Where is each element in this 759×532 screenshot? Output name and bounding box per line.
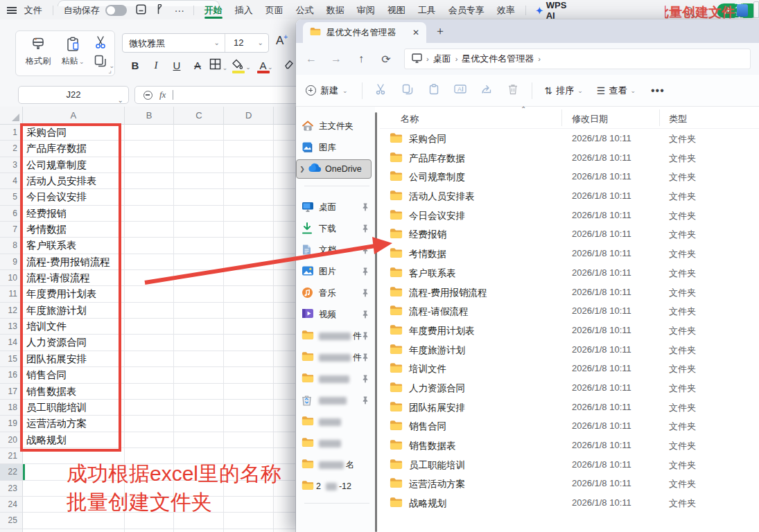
row-header-3[interactable]: 3: [0, 157, 23, 173]
cell[interactable]: [224, 141, 274, 157]
file-name[interactable]: 产品库存数据: [409, 152, 465, 165]
cell[interactable]: [224, 351, 274, 367]
file-name[interactable]: 流程-请假流程: [409, 305, 469, 318]
cell[interactable]: [274, 286, 296, 302]
cell[interactable]: [274, 529, 296, 532]
row-header-16[interactable]: 16: [0, 367, 23, 383]
file-name[interactable]: 销售合同: [409, 420, 446, 433]
file-name[interactable]: 团队拓展安排: [409, 402, 465, 414]
cell[interactable]: [274, 189, 296, 205]
rename-button[interactable]: A: [447, 84, 473, 97]
font-size-select[interactable]: 12⌄: [225, 34, 268, 52]
underline-button[interactable]: U: [166, 60, 187, 71]
row-header-15[interactable]: 15: [0, 351, 23, 367]
sort-button[interactable]: ⇅ 排序⌄: [538, 85, 590, 97]
file-name[interactable]: 今日会议安排: [409, 210, 465, 222]
file-name[interactable]: 采购合同: [409, 133, 446, 145]
column-header-name[interactable]: 名称: [401, 113, 419, 125]
column-header-C[interactable]: C: [174, 107, 224, 125]
sidebar-item[interactable]: 件: [296, 326, 374, 346]
cell[interactable]: [274, 400, 296, 416]
cell[interactable]: [125, 416, 175, 432]
close-tab-icon[interactable]: ✕: [412, 28, 419, 37]
cell[interactable]: [224, 238, 274, 254]
cell[interactable]: [23, 529, 125, 532]
cell[interactable]: [125, 173, 175, 189]
share-button[interactable]: [473, 84, 500, 97]
cell[interactable]: [274, 335, 296, 351]
tab-data[interactable]: 数据: [320, 2, 351, 19]
explorer-tab[interactable]: 星优文件名管理器 ✕: [303, 22, 426, 43]
cell[interactable]: [224, 157, 274, 173]
file-row[interactable]: 运营活动方案2026/1/8 10:11文件夹: [380, 474, 759, 493]
fill-color-button[interactable]: ⌄: [229, 59, 254, 71]
cell[interactable]: [274, 141, 296, 157]
cell[interactable]: [174, 400, 224, 416]
strikethrough-button[interactable]: A: [187, 60, 208, 71]
cell[interactable]: [224, 303, 274, 319]
cell[interactable]: [174, 529, 224, 532]
cell[interactable]: [174, 157, 224, 173]
cell[interactable]: [224, 529, 274, 532]
cell[interactable]: [224, 400, 274, 416]
tab-efficiency[interactable]: 效率: [491, 2, 521, 19]
sidebar-item-桌面[interactable]: 桌面: [296, 197, 374, 217]
file-row[interactable]: 产品库存数据2026/1/8 10:11文件夹: [380, 148, 759, 168]
cell[interactable]: [224, 335, 274, 351]
new-tab-button[interactable]: ＋: [435, 24, 446, 39]
cell[interactable]: [174, 222, 224, 238]
file-name[interactable]: 考情数据: [409, 248, 446, 260]
cell[interactable]: [174, 432, 224, 448]
file-name[interactable]: 客户联系表: [409, 267, 456, 280]
cell[interactable]: [274, 222, 296, 238]
tab-tools[interactable]: 工具: [412, 2, 442, 19]
paste-button[interactable]: [421, 84, 447, 98]
column-divider[interactable]: [659, 109, 660, 126]
sidebar-item-文档[interactable]: 文档: [296, 240, 374, 260]
cell[interactable]: [224, 432, 274, 448]
cell[interactable]: [125, 529, 175, 532]
refresh-button[interactable]: ⟳: [374, 53, 399, 66]
column-header-B[interactable]: B: [125, 107, 175, 125]
cell[interactable]: [274, 206, 296, 222]
tab-member[interactable]: 会员专享: [442, 2, 491, 19]
row-header-18[interactable]: 18: [0, 400, 23, 416]
sidebar-item[interactable]: 名: [296, 455, 374, 475]
cell[interactable]: [274, 351, 296, 367]
breadcrumb-folder[interactable]: 星优文件名管理器: [462, 53, 534, 65]
cell[interactable]: [125, 141, 175, 157]
cell[interactable]: [274, 367, 296, 383]
row-header-17[interactable]: 17: [0, 384, 23, 400]
cut-button[interactable]: [368, 84, 394, 98]
sidebar-item[interactable]: [296, 412, 374, 432]
breadcrumb-desktop[interactable]: 桌面: [433, 53, 451, 65]
cell[interactable]: [125, 238, 175, 254]
row-header-20[interactable]: 20: [0, 432, 23, 448]
cell[interactable]: [125, 367, 175, 383]
cell[interactable]: [224, 222, 274, 238]
new-button[interactable]: 新建⌄: [296, 85, 356, 97]
row-header-10[interactable]: 10: [0, 270, 23, 286]
select-all-corner[interactable]: [0, 107, 23, 125]
file-name[interactable]: 年度旅游计划: [409, 344, 465, 357]
row-header-6[interactable]: 6: [0, 206, 23, 222]
cell[interactable]: [174, 335, 224, 351]
column-header-type[interactable]: 类型: [669, 113, 687, 125]
column-divider[interactable]: [561, 109, 562, 126]
save-icon[interactable]: [131, 4, 151, 17]
cell[interactable]: [274, 125, 296, 141]
sidebar-item-音乐[interactable]: 音乐: [296, 283, 374, 303]
cell[interactable]: [174, 286, 224, 302]
row-header-19[interactable]: 19: [0, 416, 23, 432]
file-row[interactable]: 考情数据2026/1/8 10:11文件夹: [380, 244, 759, 263]
cell[interactable]: [274, 319, 296, 335]
sidebar-item[interactable]: 2-12: [296, 477, 374, 496]
row-header-2[interactable]: 2: [0, 141, 23, 157]
cut-button[interactable]: [94, 35, 109, 52]
cell[interactable]: [224, 286, 274, 302]
cell[interactable]: [224, 270, 274, 286]
autosave-toggle[interactable]: [105, 5, 127, 16]
file-name[interactable]: 员工职能培训: [409, 459, 465, 472]
increase-font-button[interactable]: A+: [276, 33, 288, 48]
more-icon[interactable]: ···: [170, 5, 189, 16]
